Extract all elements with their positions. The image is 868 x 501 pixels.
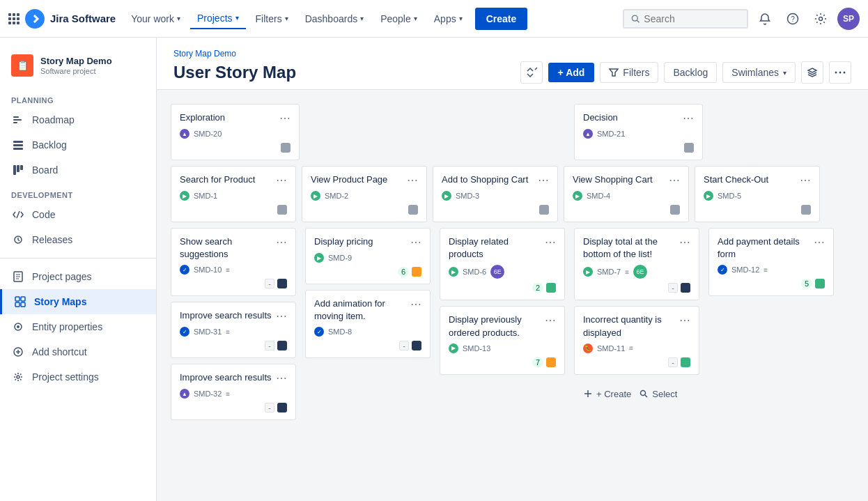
empty-col [305,104,434,160]
nav-your-work[interactable]: Your work ▾ [124,9,187,29]
task-title: Add payment details form [718,236,814,261]
issue-id: SMD-11 [597,344,625,353]
story-title: Start Check-Out [704,174,800,186]
card-menu-button[interactable]: ⋯ [545,236,556,249]
help-button[interactable]: ? [782,8,804,30]
status-dot [815,279,825,288]
swimlanes-button[interactable]: Swimlanes ▾ [722,62,796,83]
sidebar-item-releases[interactable]: Releases [0,227,156,252]
backlog-button[interactable]: Backlog [664,62,717,83]
sidebar-item-board[interactable]: Board [0,157,156,183]
jira-logo-icon [25,9,45,29]
task-title: Improve search results [180,371,276,384]
select-button[interactable]: Select [640,389,677,399]
nav-apps[interactable]: Apps ▾ [427,9,470,29]
task-card-smd32: Improve search results ⋯ ▲ SMD-32 ≡ - [171,364,296,420]
sidebar-item-add-shortcut[interactable]: Add shortcut [0,339,156,364]
story-card-smd5: Start Check-Out ⋯ ▶ SMD-5 [695,166,820,222]
minus-button[interactable]: - [668,283,678,293]
svg-line-14 [17,211,20,218]
issue-id: SMD-8 [328,327,352,336]
collapse-button[interactable] [520,61,543,84]
svg-rect-8 [13,141,23,143]
status-dot [546,357,556,367]
svg-point-25 [17,325,20,328]
status-dot [277,205,287,215]
card-menu-button[interactable]: ⋯ [545,314,556,327]
minus-button[interactable]: - [668,357,678,367]
status-dot [412,267,421,277]
sidebar-item-project-pages[interactable]: Project pages [0,264,156,289]
card-menu-button[interactable]: ⋯ [276,309,287,323]
sidebar-item-backlog[interactable]: Backlog [0,132,156,157]
story-title: Add to Shopping Cart [442,174,538,186]
minus-button[interactable]: - [265,403,274,413]
search-box[interactable] [623,9,748,29]
svg-point-33 [835,72,837,74]
story-icon: ▶ [311,191,320,201]
nav-projects[interactable]: Projects ▾ [190,8,246,29]
svg-rect-13 [20,165,23,170]
card-menu-button[interactable]: ⋯ [407,174,418,187]
story-title: View Product Page [311,174,407,186]
card-menu-button[interactable]: ⋯ [410,236,421,249]
minus-button[interactable]: - [265,279,274,288]
card-menu-button[interactable]: ⋯ [683,111,694,125]
issue-id: SMD-12 [731,265,759,274]
card-menu-button[interactable]: ⋯ [814,236,825,249]
filters-button[interactable]: Filters [600,62,658,83]
app-logo[interactable]: Jira Software [8,9,116,29]
status-dot [684,143,694,153]
issue-id: SMD-3 [456,192,479,200]
sidebar-item-entity-properties[interactable]: Entity properties [0,314,156,339]
card-menu-button[interactable]: ⋯ [538,174,549,187]
backlog-icon [11,138,25,152]
sidebar-item-code[interactable]: Code [0,202,156,227]
add-button[interactable]: + Add [548,63,595,82]
create-button[interactable]: Create [475,8,528,30]
layout: 📋 Story Map Demo Software project PLANNI… [0,38,868,501]
collapse-icon [526,67,537,78]
user-avatar[interactable]: SP [837,8,860,30]
card-menu-button[interactable]: ⋯ [410,298,421,311]
chevron-down-icon: ▾ [414,15,417,22]
more-button[interactable] [829,61,851,84]
task-card-smd10: Show search suggestions ⋯ ✓ SMD-10 ≡ - [171,228,296,296]
apps-grid-icon [8,13,20,24]
card-menu-button[interactable]: ⋯ [679,236,690,249]
card-menu-button[interactable]: ⋯ [679,314,690,327]
search-input[interactable] [644,13,740,24]
task-title: Add animation for moving item. [314,298,410,323]
epic-card-decision: Decision ⋯ ▲ SMD-21 [574,104,703,160]
svg-rect-6 [13,119,22,121]
task-col-3: Display total at the bottom of the list!… [574,228,703,408]
sidebar-item-project-settings[interactable]: Project settings [0,364,156,390]
nav-people[interactable]: People ▾ [373,9,424,29]
task-icon: ✓ [180,327,189,337]
chevron-down-icon: ▾ [235,14,239,22]
epic-icon: ▲ [180,389,189,399]
layers-button[interactable] [801,61,823,84]
sidebar-item-roadmap[interactable]: Roadmap [0,107,156,132]
nav-dashboards[interactable]: Dashboards ▾ [298,9,371,29]
nav-filters[interactable]: Filters ▾ [249,9,295,29]
sidebar-item-story-maps[interactable]: Story Maps [0,289,156,314]
card-menu-button[interactable]: ⋯ [279,111,290,125]
create-button[interactable]: + Create [584,389,631,399]
card-menu-button[interactable]: ⋯ [800,174,811,187]
card-menu-button[interactable]: ⋯ [276,174,287,187]
top-nav: Jira Software Your work ▾ Projects ▾ Fil… [0,0,868,38]
card-menu-button[interactable]: ⋯ [669,174,680,187]
card-menu-button[interactable]: ⋯ [276,371,287,385]
minus-button[interactable]: - [265,341,274,350]
issue-id: SMD-20 [194,130,222,138]
card-menu-button[interactable]: ⋯ [276,236,287,249]
settings-button[interactable] [809,8,832,30]
plus-icon [584,390,592,398]
priority-icon: ≡ [226,390,230,398]
status-dot [539,205,549,215]
status-dot [408,205,418,215]
svg-rect-7 [13,122,17,123]
minus-button[interactable]: - [399,341,409,350]
notifications-button[interactable] [754,8,776,30]
